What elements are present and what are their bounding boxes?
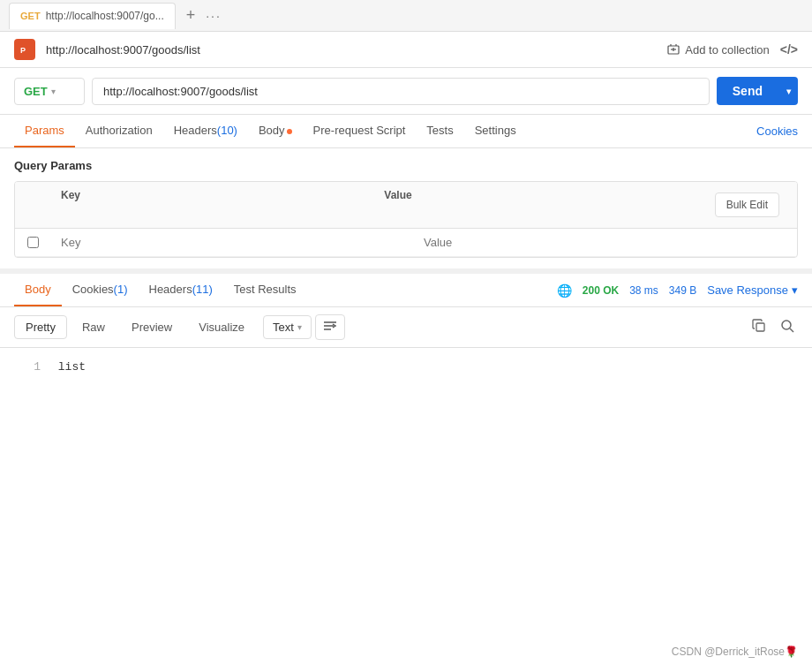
tab-settings[interactable]: Settings — [464, 115, 527, 147]
svg-rect-10 — [756, 323, 764, 331]
cookies-badge: (1) — [114, 283, 128, 296]
send-label: Send — [717, 77, 778, 105]
send-button[interactable]: Send ▾ — [717, 77, 798, 105]
format-visualize-button[interactable]: Visualize — [187, 315, 256, 339]
value-cell — [413, 229, 776, 256]
browser-chrome: GET http://localhost:9007/go... + ··· — [0, 0, 812, 32]
search-icon — [780, 319, 794, 333]
response-content: 1 list — [0, 348, 812, 613]
row-checkbox[interactable] — [27, 237, 39, 248]
cookies-link[interactable]: Cookies — [756, 116, 798, 147]
bulk-edit-button[interactable]: Bulk Edit — [715, 193, 779, 217]
add-to-collection-button[interactable]: Add to collection — [667, 43, 769, 57]
top-bar: P http://localhost:9007/goods/list Add t… — [0, 32, 812, 68]
row-checkbox-cell — [15, 229, 50, 256]
line-number-1: 1 — [14, 359, 41, 377]
response-tab-cookies[interactable]: Cookies(1) — [62, 274, 139, 306]
format-raw-button[interactable]: Raw — [71, 315, 117, 339]
format-preview-button[interactable]: Preview — [120, 315, 184, 339]
copy-button[interactable] — [748, 315, 770, 340]
tab-body[interactable]: Body — [248, 115, 303, 147]
tab-tests[interactable]: Tests — [416, 115, 463, 147]
collection-icon — [667, 43, 680, 56]
method-select[interactable]: GET ▾ — [14, 78, 85, 105]
new-tab-button[interactable]: + — [183, 6, 199, 25]
response-tab-test-results[interactable]: Test Results — [223, 274, 307, 306]
response-time: 38 ms — [629, 284, 658, 297]
text-type-label: Text — [273, 321, 294, 334]
response-line-1: 1 list — [14, 359, 798, 377]
svg-point-11 — [782, 321, 791, 329]
postman-icon: P — [14, 39, 35, 60]
response-tab-body[interactable]: Body — [14, 274, 62, 306]
request-tabs: Params Authorization Headers(10) Body Pr… — [0, 115, 812, 148]
request-bar: GET ▾ Send ▾ — [0, 68, 812, 115]
save-response-button[interactable]: Save Response ▾ — [707, 283, 798, 297]
top-url-display: http://localhost:9007/goods/list — [46, 43, 657, 57]
tab-authorization[interactable]: Authorization — [75, 115, 163, 147]
response-status: 🌐 200 OK 38 ms 349 B Save Response ▾ — [557, 283, 798, 298]
params-table-header: Key Value Bulk Edit — [15, 182, 797, 229]
response-tabs-bar: Body Cookies(1) Headers(11) Test Results… — [0, 274, 812, 307]
text-type-chevron-icon: ▾ — [297, 322, 302, 332]
search-button[interactable] — [777, 315, 798, 340]
row-actions-cell — [776, 229, 797, 256]
col-key: Key — [50, 182, 373, 228]
save-response-label: Save Response — [707, 283, 788, 297]
col-value: Value — [373, 182, 696, 228]
headers-badge: (10) — [217, 124, 237, 137]
key-input[interactable] — [61, 236, 402, 249]
svg-line-12 — [790, 328, 793, 332]
wrap-button[interactable] — [315, 314, 345, 340]
text-type-dropdown[interactable]: Text ▾ — [263, 315, 312, 339]
tab-url: http://localhost:9007/go... — [46, 10, 164, 22]
table-row — [15, 229, 797, 257]
tab-headers[interactable]: Headers(10) — [163, 115, 248, 147]
method-label: GET — [24, 85, 48, 98]
tab-pre-request-script[interactable]: Pre-request Script — [303, 115, 417, 147]
response-line-1-value: list — [58, 360, 86, 374]
send-chevron-icon[interactable]: ▾ — [779, 79, 798, 103]
copy-icon — [752, 319, 766, 333]
globe-icon: 🌐 — [557, 283, 572, 298]
url-input[interactable] — [92, 78, 710, 105]
body-dot — [287, 129, 292, 134]
wrap-icon — [323, 320, 337, 332]
format-pretty-button[interactable]: Pretty — [14, 315, 67, 339]
value-input[interactable] — [424, 236, 765, 249]
save-response-chevron-icon: ▾ — [792, 283, 798, 297]
svg-text:P: P — [20, 46, 26, 55]
key-cell — [50, 229, 413, 256]
response-section: Body Cookies(1) Headers(11) Test Results… — [0, 268, 812, 613]
params-table: Key Value Bulk Edit — [14, 181, 798, 258]
response-tab-headers[interactable]: Headers(11) — [139, 274, 223, 306]
status-code: 200 OK — [583, 284, 619, 297]
response-size: 349 B — [669, 284, 696, 297]
section-title: Query Params — [14, 159, 798, 172]
browser-tab[interactable]: GET http://localhost:9007/go... — [9, 3, 176, 29]
method-chevron-icon: ▾ — [51, 87, 56, 96]
more-button[interactable]: ··· — [206, 9, 222, 23]
response-right-tools — [748, 315, 798, 340]
code-button[interactable]: </> — [780, 42, 798, 57]
tab-method: GET — [20, 11, 41, 21]
response-body-toolbar: Pretty Raw Preview Visualize Text ▾ — [0, 307, 812, 348]
col-bulk-edit: Bulk Edit — [697, 182, 797, 228]
tab-params[interactable]: Params — [14, 115, 75, 147]
add-to-collection-label: Add to collection — [685, 43, 769, 57]
response-headers-badge: (11) — [192, 283, 213, 296]
col-checkbox — [15, 182, 50, 228]
params-section: Query Params Key Value Bulk Edit — [0, 148, 812, 268]
